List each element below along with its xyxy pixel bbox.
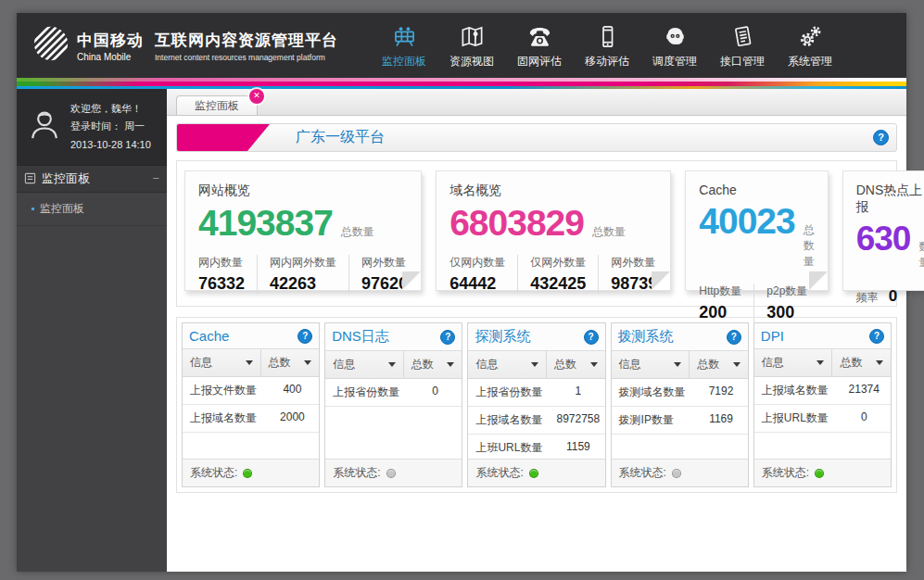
help-icon[interactable]: ? (440, 330, 455, 345)
nav-item-fixed-network-eval[interactable]: 固网评估 (513, 21, 566, 69)
help-icon[interactable]: ? (584, 330, 599, 345)
help-icon[interactable]: ? (873, 130, 889, 145)
table-row: 拨测IP数量 1169 (612, 407, 748, 435)
stat-value: 64442 (449, 274, 505, 294)
card-total-label: 总数量 (592, 224, 626, 240)
row-label: 上报域名数量 (468, 407, 551, 434)
mobile-phone-icon (595, 21, 620, 49)
sidebar-menu-header-label: 监控面板 (42, 170, 90, 187)
sidebar-item-label: 监控面板 (40, 201, 84, 217)
column-label: 总数 (840, 355, 862, 371)
sidebar-menu-header-monitor-panel[interactable]: 监控面板 − (17, 165, 167, 193)
row-value: 1 (551, 379, 605, 406)
info-column-dropdown[interactable]: 信息 (468, 351, 546, 378)
panel-title: 探测系统 (475, 328, 530, 346)
nav-item-monitor-panel[interactable]: 监控面板 (377, 21, 431, 69)
help-icon[interactable]: ? (297, 329, 312, 344)
app-window: 中国移动 China Mobile 互联网内容资源管理平台 Internet c… (17, 13, 906, 572)
chevron-down-icon (304, 360, 311, 365)
row-label: 上报文件数量 (183, 377, 266, 404)
column-label: 总数 (411, 357, 434, 372)
column-label: 信息 (619, 357, 641, 372)
frequency-row: 频率 0 分钟 (856, 287, 924, 306)
info-column-dropdown[interactable]: 信息 (183, 349, 260, 376)
stat-label: 网外数量 (361, 255, 408, 271)
collapse-minus-icon[interactable]: − (152, 171, 159, 185)
card-stat: 网外数量 97620 (348, 255, 408, 294)
freq-unit: 分钟 (907, 290, 924, 306)
status-dot (529, 469, 538, 478)
tab-monitor-panel[interactable]: 监控面板 ✕ (176, 95, 258, 115)
help-icon[interactable]: ? (869, 329, 884, 344)
table-row: 上报域名数量 8972758 (468, 407, 604, 435)
card-stat: 网内网外数量 42263 (257, 255, 336, 294)
chevron-down-icon (876, 360, 883, 365)
row-label: 拨测IP数量 (612, 407, 695, 434)
total-column-dropdown[interactable]: 总数 (546, 351, 605, 378)
row-value: 8972758 (551, 407, 605, 434)
status-label: 系统状态: (333, 465, 380, 481)
column-label: 总数 (269, 355, 291, 371)
summary-card-dns-hotspot: DNS热点上报 630 数量 频率 0 分钟 (842, 170, 924, 291)
card-stat: 仅网内数量 64442 (449, 255, 505, 294)
nav-item-interface-mgmt[interactable]: 接口管理 (715, 21, 769, 69)
panel-title: DPI (761, 328, 784, 344)
welcome-text: 欢迎您，魏华！ (70, 100, 151, 118)
card-stat: 网内数量 76332 (198, 255, 245, 294)
content-blank-area (176, 493, 897, 564)
map-icon (460, 21, 485, 49)
stat-value: 98739 (611, 274, 657, 294)
info-column-dropdown[interactable]: 信息 (754, 349, 832, 376)
magenta-flag-accent (177, 124, 270, 151)
card-title: 域名概览 (449, 183, 657, 199)
chevron-down-icon (674, 362, 681, 367)
nav-item-system-mgmt[interactable]: 系统管理 (783, 21, 837, 69)
total-column-dropdown[interactable]: 总数 (403, 351, 462, 378)
stat-label: 网外数量 (611, 255, 657, 271)
tab-strip: 监控面板 ✕ (167, 89, 906, 116)
top-nav: 监控面板 资源视图 (377, 21, 837, 69)
summary-cards-container: 网站概览 4193837 总数量 网内数量 76332 网内网外数量 (176, 160, 897, 307)
total-column-dropdown[interactable]: 总数 (689, 351, 748, 378)
sidebar: 欢迎您，魏华！ 登录时间： 周一 2013-10-28 14:10 监控面板 −… (17, 89, 167, 572)
row-value: 1159 (551, 435, 605, 459)
stat-value: 76332 (198, 274, 245, 294)
card-total-label: 总数量 (804, 222, 815, 270)
info-column-dropdown[interactable]: 信息 (325, 351, 403, 378)
stat-label: 仅网内数量 (449, 255, 505, 271)
brand-name-cn: 中国移动 (77, 30, 144, 51)
table-row: 上报域名数量 21374 (754, 377, 891, 405)
tab-close-icon[interactable]: ✕ (249, 89, 264, 104)
status-label: 系统状态: (475, 465, 523, 481)
document-icon (730, 21, 755, 49)
status-dot (386, 469, 396, 478)
stat-label: p2p数量 (766, 284, 807, 299)
nav-item-dispatch-mgmt[interactable]: 调度管理 (648, 21, 702, 69)
sidebar-item-monitor-panel[interactable]: 监控面板 (17, 193, 167, 226)
status-dot (243, 469, 252, 478)
help-icon[interactable]: ? (727, 330, 741, 345)
info-column-dropdown[interactable]: 信息 (612, 351, 690, 378)
total-column-dropdown[interactable]: 总数 (260, 349, 320, 376)
row-value: 2000 (266, 405, 320, 432)
row-label: 拨测域名数量 (612, 379, 695, 406)
nav-label: 接口管理 (720, 54, 765, 69)
nav-label: 移动评估 (585, 54, 629, 69)
nav-label: 监控面板 (382, 54, 426, 69)
column-label: 信息 (762, 355, 784, 371)
column-label: 信息 (475, 357, 498, 372)
table-row: 上报省份数量 1 (468, 379, 604, 407)
freq-label: 频率 (856, 290, 879, 306)
nav-item-resource-view[interactable]: 资源视图 (445, 21, 499, 69)
row-label: 上报省份数量 (325, 379, 409, 406)
nav-item-mobile-eval[interactable]: 移动评估 (580, 21, 634, 69)
total-column-dropdown[interactable]: 总数 (831, 349, 891, 376)
panel-title: Cache (189, 328, 229, 344)
stat-label: Http数量 (699, 284, 741, 299)
row-label: 上报域名数量 (183, 405, 266, 432)
china-mobile-logo: 中国移动 China Mobile (32, 24, 144, 67)
stat-label: 网内网外数量 (270, 255, 336, 271)
card-total-value: 6803829 (449, 205, 584, 241)
panel-cache: Cache ? 信息 总数 (182, 322, 320, 487)
status-label: 系统状态: (190, 465, 237, 481)
